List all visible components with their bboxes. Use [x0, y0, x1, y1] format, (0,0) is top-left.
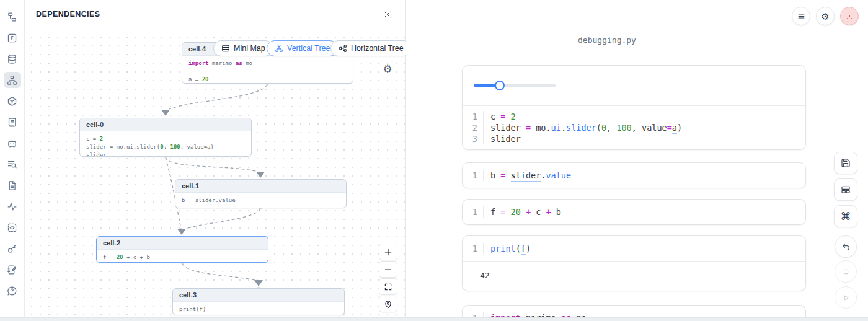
chat-bot-icon [7, 138, 17, 149]
horizontal-tree-label: Horizontal Tree [351, 44, 404, 53]
graph-zoom-controls [379, 244, 397, 312]
vertical-tree-button[interactable]: Vertical Tree [267, 40, 338, 56]
keyboard-shortcuts-button[interactable]: ⌘ [834, 205, 857, 227]
graph-node-cell-3[interactable]: cell-3 print(f) [172, 288, 345, 315]
top-actions: ⚙ [792, 7, 859, 25]
sidebar-item-outline[interactable] [4, 219, 21, 235]
sidebar-item-ai-chat[interactable] [4, 135, 21, 151]
minus-icon [384, 265, 392, 274]
undo-button[interactable] [835, 235, 857, 258]
zoom-out-button[interactable] [379, 261, 397, 278]
sidebar-item-snippets[interactable] [4, 177, 21, 193]
graph-node-code: c = 2slider = mo.ui.slider(0, 100, value… [80, 131, 251, 157]
dependencies-title: DEPENDENCIES [36, 10, 100, 19]
sidebar-item-tracing[interactable] [4, 198, 21, 214]
graph-node-cell-1[interactable]: cell-1 b = slider.value [175, 179, 347, 208]
slider-thumb[interactable] [495, 81, 505, 90]
graph-node-title: cell-3 [173, 289, 344, 302]
vertical-tree-icon [275, 44, 283, 53]
code-editor[interactable]: 1print(f) [463, 236, 805, 261]
zoom-in-button[interactable] [379, 244, 397, 260]
graph-node-title: cell-1 [175, 180, 346, 193]
graph-node-cell-0[interactable]: cell-0 c = 2slider = mo.ui.slider(0, 100… [79, 118, 252, 157]
graph-node-code: print(f) [173, 302, 344, 315]
close-icon [383, 10, 392, 19]
sidebar-item-file-explorer[interactable] [4, 9, 21, 25]
bottom-scroll-strip[interactable] [0, 317, 868, 321]
dependencies-panel: DEPENDENCIES [25, 0, 406, 321]
scroll-icon [7, 117, 17, 128]
graph-settings-button[interactable]: ⚙ [381, 62, 394, 76]
gear-icon: ⚙ [821, 12, 829, 21]
key-icon [7, 244, 17, 254]
save-button[interactable] [834, 152, 857, 174]
stop-icon [841, 267, 851, 276]
code-editor[interactable]: 1f = 20 + c + b [463, 200, 805, 224]
run-button[interactable] [835, 286, 857, 309]
sidebar [0, 0, 25, 321]
close-panel-button[interactable] [379, 7, 394, 22]
database-icon [7, 54, 17, 64]
app-window: DEPENDENCIES [0, 0, 868, 321]
vertical-tree-label: Vertical Tree [287, 44, 330, 53]
horizontal-tree-button[interactable]: Horizontal Tree [330, 40, 406, 56]
stop-button[interactable] [835, 260, 857, 283]
slider-widget[interactable] [474, 81, 556, 90]
file-text-icon [7, 180, 17, 191]
function-square-icon [7, 33, 17, 43]
fit-view-button[interactable] [379, 278, 397, 295]
notebook-filename: debugging.py [406, 35, 808, 45]
close-icon [845, 12, 854, 20]
hamburger-menu-icon [797, 12, 806, 21]
sidebar-item-functions[interactable] [4, 30, 21, 46]
mini-map-label: Mini Map [234, 44, 265, 53]
sidebar-item-documentation[interactable] [4, 114, 21, 130]
code-editor[interactable]: 1b = slider.value [463, 163, 805, 188]
package-icon [7, 96, 17, 107]
dependency-graph-icon [7, 75, 17, 86]
notebook-pen-icon [7, 265, 17, 275]
sidebar-item-datasources[interactable] [4, 51, 21, 67]
undo-icon [841, 242, 851, 252]
layout-button[interactable] [834, 178, 857, 201]
map-pin-icon [384, 300, 392, 309]
sidebar-item-secrets[interactable] [4, 240, 21, 257]
graph-node-cell-2[interactable]: cell-2 f = 20 + c + b [96, 236, 268, 263]
sidebar-item-packages[interactable] [4, 93, 21, 109]
activity-pulse-icon [7, 201, 17, 212]
sidebar-item-dependencies[interactable] [4, 72, 21, 88]
text-search-icon [7, 159, 17, 170]
help-bubble-icon [7, 286, 17, 296]
dependency-graph-canvas[interactable]: cell-4 import marimo as mo a = 20 cell-0… [25, 29, 406, 317]
graph-node-code: f = 20 + c + b [97, 250, 268, 263]
notebook-settings-button[interactable]: ⚙ [816, 7, 835, 25]
command-icon: ⌘ [841, 211, 851, 222]
locate-button[interactable] [379, 296, 397, 312]
dependencies-header: DEPENDENCIES [25, 0, 405, 29]
code-editor[interactable]: 1c = 22slider = mo.ui.slider(0, 100, val… [463, 106, 805, 149]
fullscreen-icon [384, 283, 392, 291]
console-output: 42 [463, 261, 805, 291]
panels-icon [841, 185, 851, 195]
notebook-main: ⚙ debugging.py 1c = 22slider = mo.ui.sli… [406, 0, 868, 321]
graph-node-title: cell-0 [80, 118, 251, 131]
sidebar-item-help[interactable] [4, 283, 21, 299]
sidebar-item-find-replace[interactable] [4, 156, 21, 172]
sidebar-item-scratchpad[interactable] [4, 262, 21, 278]
save-icon [841, 158, 851, 168]
graph-node-title: cell-2 [97, 237, 268, 250]
horizontal-tree-icon [339, 44, 347, 53]
gear-icon: ⚙ [383, 63, 392, 76]
play-icon [841, 293, 851, 302]
notebook-menu-button[interactable] [792, 7, 810, 25]
rows-icon [221, 44, 230, 53]
graph-node-code: b = slider.value [175, 193, 346, 208]
cell-print[interactable]: 1print(f) 42 [462, 235, 806, 291]
cell-f[interactable]: 1f = 20 + c + b [462, 199, 806, 225]
mini-map-button[interactable]: Mini Map [213, 40, 273, 56]
shutdown-button[interactable] [840, 7, 859, 25]
cell-slider[interactable]: 1c = 22slider = mo.ui.slider(0, 100, val… [462, 65, 806, 150]
code-block-icon [7, 222, 17, 233]
graph-node-code: import marimo as mo a = 20 [182, 56, 353, 84]
cell-b[interactable]: 1b = slider.value [462, 162, 806, 188]
